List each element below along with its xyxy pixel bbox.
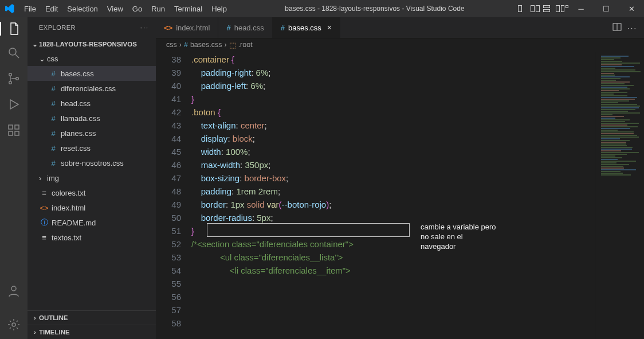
code-line-40[interactable]: padding-left: 6%; [191, 79, 595, 92]
window-close-button[interactable]: ✕ [619, 0, 644, 17]
code-content[interactable]: .container { padding-right: 6%; padding-… [191, 52, 595, 339]
menu-run[interactable]: Run [147, 5, 170, 13]
tab-bases.css[interactable]: #bases.css× [273, 17, 340, 38]
file-diferenciales.css[interactable]: #diferenciales.css [28, 81, 156, 96]
split-editor-icon[interactable] [612, 22, 622, 33]
code-line-45[interactable]: text-align: center; [191, 119, 595, 132]
code-line-52[interactable]: border-radius: 5px; [191, 211, 595, 224]
activity-settings-icon[interactable] [7, 318, 21, 333]
code-line-49[interactable]: box-sizing: border-box; [191, 172, 595, 185]
svg-rect-9 [15, 125, 19, 129]
vscode-logo-icon [0, 4, 19, 13]
explorer-sidebar: EXPLORER ··· ⌄1828-LAYOUTS-RESPONSIVOS ⌄… [28, 17, 156, 339]
file-llamada.css[interactable]: #llamada.css [28, 111, 156, 126]
code-line-38[interactable]: .container { [191, 53, 595, 66]
editor-tabs: <>index.html#head.css#bases.css× ··· [156, 17, 644, 38]
line-gutter: 3839404142434445464748495051525354555657… [156, 52, 191, 339]
file-sobre-nosotros.css[interactable]: #sobre-nosotros.css [28, 155, 156, 170]
menu-selection[interactable]: Selection [62, 5, 102, 13]
file-planes.css[interactable]: #planes.css [28, 126, 156, 141]
tab-head.css[interactable]: #head.css [218, 17, 272, 38]
file-colores.txt[interactable]: ≡colores.txt [28, 185, 156, 200]
svg-point-11 [12, 323, 15, 326]
menu-terminal[interactable]: Terminal [170, 5, 207, 13]
svg-rect-6 [9, 125, 13, 129]
svg-point-2 [9, 73, 12, 76]
project-root[interactable]: ⌄1828-LAYOUTS-RESPONSIVOS [28, 37, 156, 51]
svg-rect-7 [9, 131, 13, 135]
folder-css[interactable]: ⌄ css [28, 51, 156, 66]
file-index.html[interactable]: <>index.html [28, 200, 156, 215]
file-reset.css[interactable]: #reset.css [28, 141, 156, 155]
editor-layout-icons[interactable] [518, 5, 568, 12]
code-line-56[interactable]: /*<section class="diferenciales containe… [191, 237, 595, 251]
activity-extensions-icon[interactable] [7, 123, 21, 139]
folder-img[interactable]: › img [28, 170, 156, 185]
activity-run-icon[interactable] [7, 98, 21, 113]
menu-go[interactable]: Go [128, 5, 147, 13]
editor-more-icon[interactable]: ··· [627, 24, 637, 32]
code-line-57[interactable]: <ul class="diferenciales__lista"> [191, 251, 595, 264]
code-line-51[interactable]: border: 1px solid var(--boton-rojo); [191, 198, 595, 211]
svg-rect-8 [15, 131, 19, 135]
activity-explorer-icon[interactable] [0, 22, 28, 36]
breadcrumbs[interactable]: css› #bases.css› ⬚.root [156, 38, 644, 52]
svg-point-3 [9, 81, 12, 84]
svg-point-10 [11, 286, 16, 291]
code-line-39[interactable]: padding-right: 6%; [191, 66, 595, 79]
svg-marker-5 [10, 100, 18, 109]
window-title: bases.css - 1828-layouts-responsivos - V… [231, 5, 518, 13]
file-README.md[interactable]: ⓘREADME.md [28, 215, 156, 230]
code-line-44[interactable]: .boton { [191, 106, 595, 119]
code-line-47[interactable]: width: 100%; [191, 145, 595, 158]
window-maximize-button[interactable]: ☐ [594, 0, 619, 17]
menu-file[interactable]: File [19, 5, 41, 13]
menu-view[interactable]: View [103, 5, 128, 13]
activity-account-icon[interactable] [7, 284, 21, 299]
editor-area: <>index.html#head.css#bases.css× ··· css… [156, 17, 644, 339]
activity-source-control-icon[interactable] [7, 72, 21, 87]
code-line-58[interactable]: <li class="diferenciales__item"> [191, 264, 595, 277]
tab-index.html[interactable]: <>index.html [156, 17, 218, 38]
svg-line-1 [15, 54, 19, 58]
sidebar-more-icon[interactable]: ··· [140, 24, 149, 31]
app-menu: FileEditSelectionViewGoRunTerminalHelp [19, 5, 231, 13]
outline-section[interactable]: ›OUTLINE [28, 310, 156, 325]
sidebar-title: EXPLORER [39, 24, 76, 31]
tab-close-icon[interactable]: × [327, 23, 332, 32]
file-textos.txt[interactable]: ≡textos.txt [28, 230, 156, 245]
title-bar: FileEditSelectionViewGoRunTerminalHelp b… [0, 0, 644, 17]
timeline-section[interactable]: ›TIMELINE [28, 325, 156, 339]
annotation-text: cambie a variable perono sale en elnaveg… [421, 222, 496, 251]
svg-point-0 [9, 48, 16, 55]
code-line-50[interactable]: padding: 1rem 2rem; [191, 185, 595, 198]
minimap[interactable] [595, 52, 644, 339]
activity-bar [0, 17, 28, 339]
svg-point-4 [16, 77, 19, 80]
window-minimize-button[interactable]: ─ [568, 0, 594, 17]
file-tree: ⌄ css#bases.css#diferenciales.css#head.c… [28, 51, 156, 310]
code-line-48[interactable]: max-width: 350px; [191, 158, 595, 172]
code-line-46[interactable]: display: block; [191, 132, 595, 145]
code-line-42[interactable]: } [191, 92, 595, 106]
file-head.css[interactable]: #head.css [28, 96, 156, 111]
menu-help[interactable]: Help [207, 5, 231, 13]
activity-search-icon[interactable] [7, 46, 21, 61]
menu-edit[interactable]: Edit [41, 5, 62, 13]
file-bases.css[interactable]: #bases.css [28, 66, 156, 81]
code-line-54[interactable]: } [191, 224, 595, 237]
